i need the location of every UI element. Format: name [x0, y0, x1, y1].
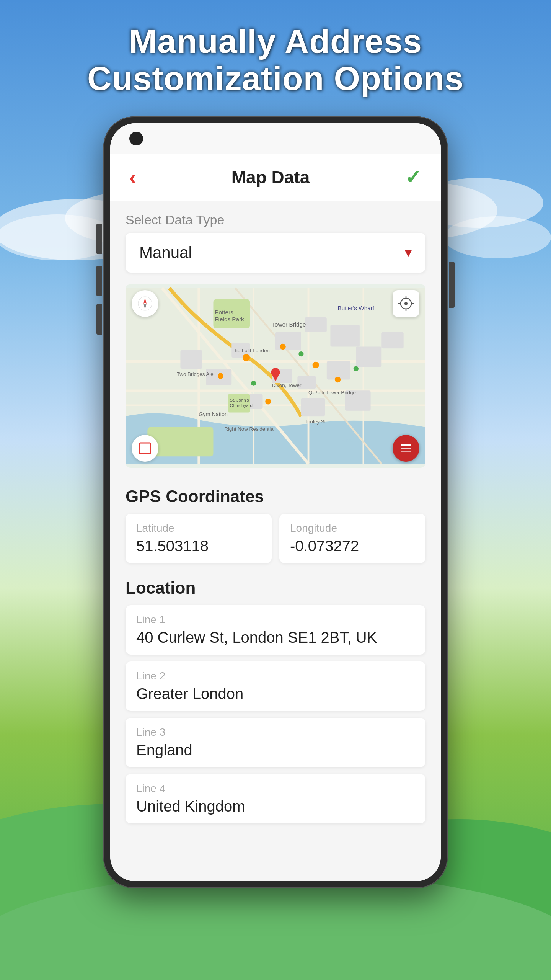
- volume-down-button[interactable]: [96, 266, 102, 296]
- svg-point-47: [354, 366, 359, 371]
- svg-text:River: River: [341, 436, 355, 443]
- svg-point-67: [404, 302, 408, 305]
- svg-point-10: [0, 873, 551, 980]
- svg-point-38: [280, 343, 285, 349]
- svg-rect-73: [401, 444, 411, 446]
- svg-point-6: [444, 216, 551, 258]
- svg-rect-24: [305, 317, 326, 332]
- line4-value: United Kingdom: [136, 798, 415, 815]
- svg-rect-72: [140, 443, 150, 454]
- location-title: Location: [126, 578, 425, 598]
- svg-point-42: [335, 377, 341, 382]
- gps-title: GPS Coordinates: [126, 487, 425, 506]
- line2-label: Line 2: [136, 670, 415, 682]
- camera-dot: [129, 132, 143, 145]
- svg-text:Butler's Wharf: Butler's Wharf: [338, 304, 375, 311]
- svg-text:Q-Park Tower Bridge: Q-Park Tower Bridge: [308, 389, 356, 395]
- svg-text:Tower Bridge: Tower Bridge: [272, 321, 306, 328]
- svg-rect-74: [401, 448, 411, 449]
- longitude-label: Longitude: [290, 522, 415, 534]
- svg-text:Potters: Potters: [215, 309, 233, 315]
- address-line3-field[interactable]: Line 3 England: [126, 718, 425, 767]
- latitude-field[interactable]: Latitude 51.503118: [126, 514, 272, 563]
- volume-up-button[interactable]: [96, 224, 102, 254]
- expand-map-button[interactable]: [132, 435, 158, 462]
- svg-text:The Lalit London: The Lalit London: [231, 347, 270, 353]
- back-button[interactable]: ‹: [129, 165, 136, 189]
- gps-coordinates-section: GPS Coordinates Latitude 51.503118 Longi…: [110, 475, 441, 567]
- svg-rect-27: [180, 350, 202, 369]
- page-title: Manually Address Customization Options: [57, 0, 494, 113]
- address-line2-field[interactable]: Line 2 Greater London: [126, 662, 425, 711]
- svg-text:Gym Nation: Gym Nation: [199, 411, 228, 417]
- svg-rect-25: [330, 325, 359, 346]
- svg-point-37: [243, 354, 250, 361]
- svg-rect-75: [401, 451, 411, 452]
- svg-text:Tooley St: Tooley St: [305, 419, 326, 425]
- svg-point-40: [313, 361, 319, 368]
- line4-label: Line 4: [136, 782, 415, 795]
- svg-rect-32: [356, 346, 381, 367]
- svg-text:St. John's: St. John's: [230, 398, 249, 402]
- svg-rect-23: [276, 332, 301, 350]
- svg-text:Fields Park: Fields Park: [215, 315, 244, 322]
- select-data-type-label: Select Data Type: [126, 212, 425, 227]
- gps-fields-row: Latitude 51.503118 Longitude -0.073272: [126, 514, 425, 563]
- dropdown-arrow-icon: ▾: [405, 245, 412, 261]
- svg-rect-33: [381, 332, 403, 348]
- line1-label: Line 1: [136, 614, 415, 626]
- longitude-value: -0.073272: [290, 537, 415, 555]
- svg-point-46: [251, 381, 256, 385]
- svg-point-43: [271, 368, 280, 377]
- phone-top-bar: [110, 123, 441, 154]
- line3-value: England: [136, 742, 415, 759]
- svg-text:Dixon, Tower: Dixon, Tower: [272, 382, 302, 388]
- svg-point-39: [218, 373, 223, 379]
- location-target-button[interactable]: [393, 290, 419, 317]
- address-line4-field[interactable]: Line 4 United Kingdom: [126, 774, 425, 823]
- header-title: Map Data: [231, 167, 310, 188]
- line3-label: Line 3: [136, 726, 415, 738]
- svg-text:Two Bridges Ale: Two Bridges Ale: [177, 371, 214, 377]
- location-section: Location Line 1 40 Curlew St, London SE1…: [110, 567, 441, 834]
- svg-text:Right Now Residential: Right Now Residential: [224, 426, 275, 432]
- silent-button[interactable]: [96, 304, 102, 335]
- address-line1-field[interactable]: Line 1 40 Curlew St, London SE1 2BT, UK: [126, 605, 425, 655]
- svg-point-41: [265, 399, 271, 404]
- power-button[interactable]: [449, 262, 455, 308]
- latitude-label: Latitude: [136, 522, 261, 534]
- phone-screen: ‹ Map Data ✓ Select Data Type Manual ▾: [110, 123, 441, 881]
- map-layers-button[interactable]: [393, 435, 419, 462]
- dropdown-selected-value: Manual: [139, 243, 192, 262]
- line1-value: 40 Curlew St, London SE1 2BT, UK: [136, 629, 415, 646]
- data-type-dropdown[interactable]: Manual ▾: [126, 233, 425, 273]
- latitude-value: 51.503118: [136, 537, 261, 555]
- app-header: ‹ Map Data ✓: [110, 154, 441, 201]
- svg-rect-35: [301, 398, 325, 416]
- line2-value: Greater London: [136, 685, 415, 702]
- svg-point-45: [298, 351, 303, 356]
- svg-text:Churchyard: Churchyard: [230, 403, 252, 408]
- select-data-type-section: Select Data Type Manual ▾: [110, 201, 441, 276]
- confirm-button[interactable]: ✓: [405, 166, 422, 189]
- phone-frame: ‹ Map Data ✓ Select Data Type Manual ▾: [103, 116, 448, 888]
- map-container[interactable]: Potters Fields Park Tower Bridge Butler'…: [126, 284, 425, 468]
- app-content: ‹ Map Data ✓ Select Data Type Manual ▾: [110, 154, 441, 881]
- compass-button[interactable]: [132, 290, 158, 317]
- longitude-field[interactable]: Longitude -0.073272: [279, 514, 425, 563]
